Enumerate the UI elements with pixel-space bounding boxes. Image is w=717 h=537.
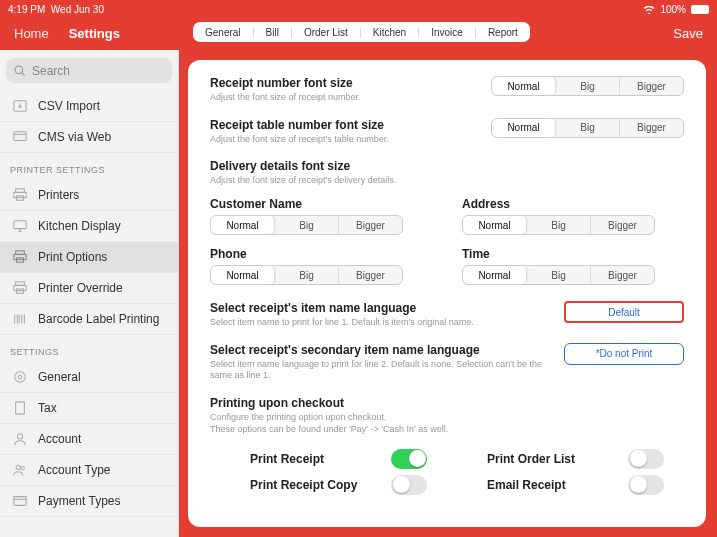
users-icon: [12, 463, 28, 477]
svg-point-15: [15, 372, 26, 383]
svg-rect-12: [14, 285, 26, 290]
printer-icon: [12, 188, 28, 202]
toggle-print-receipt-label: Print Receipt: [250, 452, 324, 466]
sidebar-printer-override[interactable]: Printer Override: [0, 273, 178, 304]
sidebar-payment-types[interactable]: Payment Types: [0, 486, 178, 517]
row-delivery-title: Delivery details font size: [210, 159, 684, 173]
lang2-button[interactable]: *Do not Print: [564, 343, 684, 365]
sidebar-printers[interactable]: Printers: [0, 180, 178, 211]
display-icon: [12, 219, 28, 233]
sidebar-print-options[interactable]: Print Options: [0, 242, 178, 273]
barcode-icon: [12, 312, 28, 326]
status-time: 4:19 PM: [8, 4, 45, 15]
gear-icon: [12, 370, 28, 384]
sidebar-tax[interactable]: Tax: [0, 393, 178, 424]
svg-point-17: [17, 434, 22, 439]
sidebar-head-settings: SETTINGS: [0, 335, 178, 362]
svg-rect-5: [14, 192, 26, 197]
tab-general[interactable]: General: [193, 27, 254, 38]
printer-icon: [12, 281, 28, 295]
toggle-email-receipt-label: Email Receipt: [487, 478, 566, 492]
toggle-print-receipt-copy[interactable]: [391, 475, 427, 495]
sidebar-cms-web[interactable]: CMS via Web: [0, 122, 178, 153]
row-receipt-number-title: Receipt number font size: [210, 76, 473, 90]
toggle-print-receipt-copy-label: Print Receipt Copy: [250, 478, 357, 492]
row-table-number-title: Receipt table number font size: [210, 118, 473, 132]
svg-rect-16: [16, 402, 25, 414]
nav-home[interactable]: Home: [14, 26, 49, 41]
toggle-print-order-list[interactable]: [628, 449, 664, 469]
seg-address[interactable]: NormalBigBigger: [462, 215, 655, 235]
sidebar-account-type[interactable]: Account Type: [0, 455, 178, 486]
battery-icon: [691, 5, 709, 14]
row-lang1-title: Select receipt's item name language: [210, 301, 546, 315]
svg-rect-20: [14, 497, 26, 506]
label-phone: Phone: [210, 247, 432, 261]
tab-kitchen[interactable]: Kitchen: [361, 27, 419, 38]
svg-rect-3: [14, 132, 26, 141]
seg-time[interactable]: NormalBigBigger: [462, 265, 655, 285]
import-icon: [12, 99, 28, 113]
save-button[interactable]: Save: [673, 26, 703, 41]
printer-icon: [12, 250, 28, 264]
tab-report[interactable]: Report: [476, 27, 530, 38]
toggle-print-receipt[interactable]: [391, 449, 427, 469]
toggle-print-order-list-label: Print Order List: [487, 452, 575, 466]
svg-point-14: [18, 375, 22, 379]
sidebar-head-printer: PRINTER SETTINGS: [0, 153, 178, 180]
tab-invoice[interactable]: Invoice: [419, 27, 476, 38]
row-lang2-title: Select receipt's secondary item name lan…: [210, 343, 546, 357]
tab-bar: General Bill Order List Kitchen Invoice …: [193, 22, 530, 42]
search-input[interactable]: Search: [6, 58, 172, 83]
tab-order-list[interactable]: Order List: [292, 27, 361, 38]
toggle-email-receipt[interactable]: [628, 475, 664, 495]
seg-customer[interactable]: NormalBigBigger: [210, 215, 403, 235]
label-time: Time: [462, 247, 684, 261]
sidebar-general[interactable]: General: [0, 362, 178, 393]
document-icon: [12, 401, 28, 415]
header: Home Settings General Bill Order List Ki…: [0, 17, 717, 50]
status-bar: 4:19 PM Wed Jun 30 100%: [0, 0, 717, 17]
card-icon: [12, 494, 28, 508]
battery-pct: 100%: [660, 4, 686, 15]
status-date: Wed Jun 30: [51, 4, 104, 15]
lang1-button[interactable]: Default: [564, 301, 684, 323]
sidebar-account[interactable]: Account: [0, 424, 178, 455]
seg-table-number[interactable]: NormalBigBigger: [491, 118, 684, 138]
web-icon: [12, 130, 28, 144]
svg-line-1: [22, 72, 25, 75]
row-checkout-title: Printing upon checkout: [210, 396, 684, 410]
seg-phone[interactable]: NormalBigBigger: [210, 265, 403, 285]
sidebar: Search CSV Import CMS via Web PRINTER SE…: [0, 50, 179, 537]
search-icon: [14, 65, 26, 77]
svg-rect-7: [14, 221, 26, 229]
sidebar-barcode[interactable]: Barcode Label Printing: [0, 304, 178, 335]
label-address: Address: [462, 197, 684, 211]
wifi-icon: [643, 6, 655, 14]
sidebar-kitchen-display[interactable]: Kitchen Display: [0, 211, 178, 242]
svg-point-18: [16, 465, 20, 469]
sidebar-csv-import[interactable]: CSV Import: [0, 91, 178, 122]
tab-bill[interactable]: Bill: [254, 27, 292, 38]
label-customer: Customer Name: [210, 197, 432, 211]
nav-settings[interactable]: Settings: [69, 26, 120, 41]
user-icon: [12, 432, 28, 446]
svg-point-19: [21, 467, 25, 471]
seg-receipt-number[interactable]: NormalBigBigger: [491, 76, 684, 96]
svg-rect-9: [14, 254, 26, 259]
settings-card: Receipt number font sizeAdjust the font …: [188, 60, 706, 527]
